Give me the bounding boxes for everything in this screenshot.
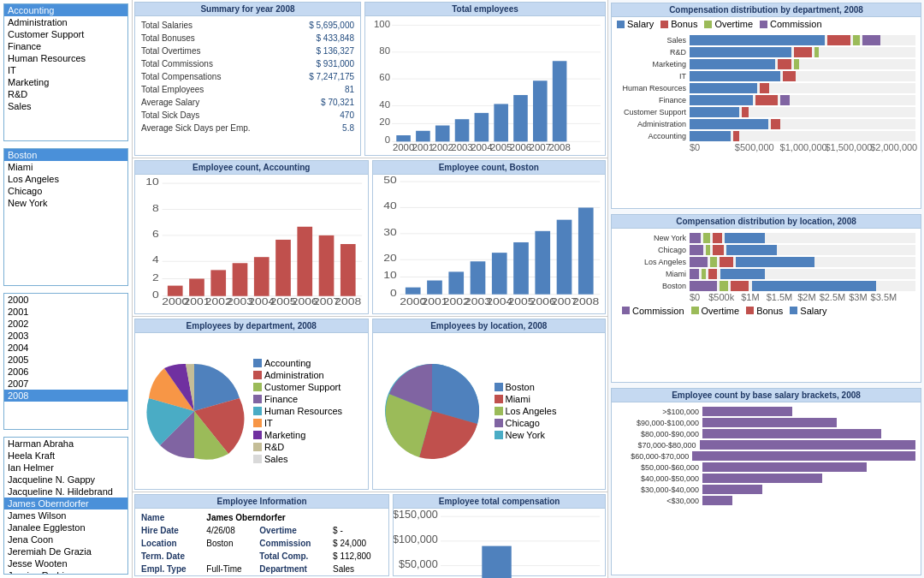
department-list[interactable]: Accounting Administration Customer Suppo… bbox=[3, 3, 128, 141]
svg-text:$50,000: $50,000 bbox=[399, 558, 438, 570]
legend-it: IT bbox=[253, 418, 342, 428]
city-item-newyork[interactable]: New York bbox=[4, 197, 127, 209]
city-item-miami[interactable]: Miami bbox=[4, 161, 127, 173]
emp-harman[interactable]: Harman Abraha bbox=[4, 438, 127, 450]
svg-text:2000: 2000 bbox=[393, 142, 414, 152]
emp-bottom-row: Employee Information Name James Oberndor… bbox=[133, 492, 607, 578]
legend-chicago: Chicago bbox=[495, 418, 557, 428]
svg-rect-44 bbox=[210, 270, 226, 295]
svg-text:100: 100 bbox=[374, 19, 390, 29]
dept-item-rd[interactable]: R&D bbox=[4, 88, 127, 100]
svg-rect-13 bbox=[416, 131, 430, 142]
emp-by-dept-chart: Employees by department, 2008 bbox=[134, 319, 369, 490]
svg-rect-15 bbox=[455, 119, 470, 141]
year-item-2003[interactable]: 2003 bbox=[4, 330, 127, 342]
svg-rect-42 bbox=[168, 286, 183, 296]
emp-janalee[interactable]: Janalee Eggleston bbox=[4, 521, 127, 533]
emp-by-dept-title: Employees by department, 2008 bbox=[135, 319, 368, 333]
comp-dist-dept-chart: Compensation distribution by department,… bbox=[611, 3, 921, 209]
svg-text:6: 6 bbox=[152, 229, 159, 239]
svg-text:10: 10 bbox=[145, 176, 158, 187]
year-item-2006[interactable]: 2006 bbox=[4, 366, 127, 378]
term-date-value bbox=[204, 551, 255, 562]
summary-value: $ 433,848 bbox=[291, 33, 357, 44]
comp-dist-loc-bars: New York Chicago bbox=[612, 229, 921, 382]
emp-james-w[interactable]: James Wilson bbox=[4, 509, 127, 521]
emp-jacq1[interactable]: Jacqueline N. Gappy bbox=[4, 474, 127, 486]
legend-overtime: Overtime bbox=[704, 19, 753, 29]
svg-text:30: 30 bbox=[383, 227, 396, 237]
summary-value: 470 bbox=[291, 110, 357, 121]
emp-james-o[interactable]: James Oberndorfer bbox=[4, 498, 127, 509]
svg-rect-77 bbox=[513, 242, 529, 295]
hire-date-value: 4/26/08 bbox=[204, 525, 255, 536]
employee-info-table: Name James Oberndorfer Hire Date 4/26/08… bbox=[135, 509, 388, 578]
svg-text:60: 60 bbox=[379, 72, 390, 82]
dept-item-finance[interactable]: Finance bbox=[4, 40, 127, 52]
svg-rect-72 bbox=[405, 288, 420, 295]
svg-text:2001: 2001 bbox=[412, 142, 434, 152]
employee-name: James Oberndorfer bbox=[204, 512, 385, 523]
dept-item-customer-support[interactable]: Customer Support bbox=[4, 28, 127, 40]
year-item-2004[interactable]: 2004 bbox=[4, 342, 127, 354]
svg-rect-80 bbox=[578, 207, 593, 294]
dept-item-accounting[interactable]: Accounting bbox=[4, 4, 127, 16]
year-item-2007[interactable]: 2007 bbox=[4, 378, 127, 390]
svg-text:20: 20 bbox=[379, 116, 390, 127]
dept-item-it[interactable]: IT bbox=[4, 64, 127, 76]
city-list[interactable]: Boston Miami Los Angeles Chicago New Yor… bbox=[3, 148, 128, 286]
summary-label: Total Overtimes bbox=[139, 45, 289, 57]
year-item-2001[interactable]: 2001 bbox=[4, 306, 127, 318]
summary-box: Summary for year 2008 Total Salaries$ 5,… bbox=[134, 2, 361, 156]
emp-jesse[interactable]: Jesse Wooten bbox=[4, 557, 127, 569]
city-item-boston[interactable]: Boston bbox=[4, 149, 127, 161]
emp-heela[interactable]: Heela Kraft bbox=[4, 450, 127, 462]
legend-admin: Administration bbox=[253, 370, 342, 380]
comp-dist-loc-title: Compensation distribution by location, 2… bbox=[612, 215, 921, 229]
svg-rect-78 bbox=[535, 231, 550, 295]
svg-rect-74 bbox=[448, 271, 464, 294]
bar-admin: Administration bbox=[617, 119, 915, 129]
emp-ian[interactable]: Ian Helmer bbox=[4, 462, 127, 474]
city-item-la[interactable]: Los Angeles bbox=[4, 173, 127, 185]
dept-item-marketing[interactable]: Marketing bbox=[4, 76, 127, 88]
summary-value: $ 7,247,175 bbox=[291, 71, 357, 82]
year-item-2008[interactable]: 2008 bbox=[4, 390, 127, 402]
summary-label: Total Employees bbox=[139, 84, 289, 95]
salary-bracket-title: Employee count by base salary brackets, … bbox=[612, 389, 921, 402]
svg-rect-73 bbox=[427, 281, 442, 295]
svg-rect-79 bbox=[556, 220, 572, 295]
dept-label: Department bbox=[257, 563, 329, 575]
summary-label: Total Salaries bbox=[139, 20, 289, 31]
year-list[interactable]: 2000 2001 2002 2003 2004 2005 2006 2007 … bbox=[3, 293, 128, 431]
comp-dist-dept-bars: Sales R&D bbox=[612, 31, 921, 208]
bracket-40-50: $40,000-$50,000 bbox=[617, 474, 915, 483]
legend-accounting: Accounting bbox=[253, 358, 342, 368]
dept-item-administration[interactable]: Administration bbox=[4, 16, 127, 28]
emp-jacq2[interactable]: Jacqueline N. Hildebrand bbox=[4, 486, 127, 498]
svg-text:4: 4 bbox=[152, 255, 159, 265]
svg-text:10: 10 bbox=[383, 271, 396, 281]
comp-dist-dept-title: Compensation distribution by department,… bbox=[612, 3, 921, 17]
svg-rect-12 bbox=[396, 135, 411, 141]
right-panel: Compensation distribution by department,… bbox=[607, 0, 924, 578]
empl-type-value: Full-Time bbox=[204, 563, 255, 575]
svg-rect-17 bbox=[494, 104, 508, 141]
emp-jessica[interactable]: Jessica Rodriguez bbox=[4, 569, 127, 575]
employee-info-box: Employee Information Name James Oberndor… bbox=[134, 494, 389, 576]
dept-item-hr[interactable]: Human Resources bbox=[4, 52, 127, 64]
bracket-80-90: $80,000-$90,000 bbox=[617, 429, 915, 438]
year-item-2005[interactable]: 2005 bbox=[4, 354, 127, 366]
emp-jena[interactable]: Jena Coon bbox=[4, 533, 127, 545]
charts-mid-row: Employee count, Accounting 10 8 6 4 2 0 bbox=[133, 158, 607, 317]
city-item-chicago[interactable]: Chicago bbox=[4, 185, 127, 197]
emp-jeremiah[interactable]: Jeremiah De Grazia bbox=[4, 545, 127, 557]
bar-losangeles: Los Angeles bbox=[617, 257, 915, 267]
dept-x-axis: $0 $500,000 $1,000,000 $1,500,000 $2,000… bbox=[617, 142, 915, 152]
legend-salary-loc: Salary bbox=[790, 306, 826, 316]
year-item-2000[interactable]: 2000 bbox=[4, 294, 127, 306]
employee-list[interactable]: Harman Abraha Heela Kraft Ian Helmer Jac… bbox=[3, 437, 128, 575]
dept-item-sales[interactable]: Sales bbox=[4, 100, 127, 112]
year-item-2002[interactable]: 2002 bbox=[4, 318, 127, 330]
bracket-60-70: $60,000-$70,000 bbox=[617, 451, 915, 461]
